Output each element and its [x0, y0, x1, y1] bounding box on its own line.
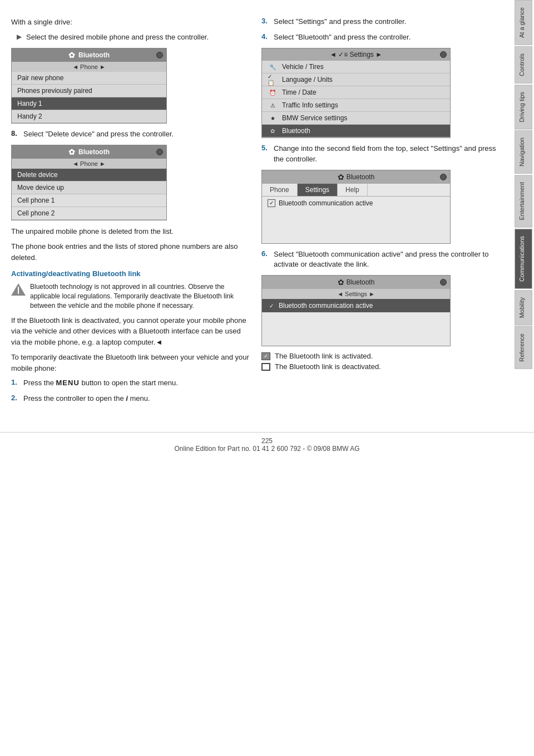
bt-icon-2: ✿ — [68, 148, 75, 156]
screen5-content-text: Bluetooth communication active — [279, 302, 373, 310]
step-4-number: 4. — [261, 32, 270, 42]
step-2: 2. Press the controller to open the i me… — [11, 394, 250, 404]
step-5-number: 5. — [261, 144, 270, 164]
intro-text: With a single drive: — [11, 17, 250, 28]
bt-check-icon-2 — [268, 302, 275, 310]
screen2-subtitle: ◄ Phone ► — [12, 159, 166, 169]
step-6: 6. Select "Bluetooth communication activ… — [261, 249, 501, 269]
screen1-wrap: ✿ Bluetooth ◄ Phone ► Pair new phone Pho… — [11, 48, 250, 124]
screen5-title-text: Bluetooth — [347, 278, 375, 286]
screen5-subtitle: ◄ Settings ► — [262, 289, 450, 299]
screen5: ✿ Bluetooth ◄ Settings ► Bluetooth commu… — [261, 275, 451, 346]
screen1-item-1: Phones previously paired — [12, 85, 166, 97]
screen1-subtitle: ◄ Phone ► — [12, 62, 166, 72]
screen3-title-text: ◄ ✓≡ Settings ► — [330, 51, 382, 58]
para2: The phone book entries and the lists of … — [11, 241, 250, 263]
screen4: ✿ Bluetooth Phone Settings Help Bluetoot… — [261, 170, 451, 244]
screen2-item-3: Cell phone 2 — [12, 207, 166, 220]
screen5-empty-space — [262, 312, 450, 346]
screen3-body: 🔧 Vehicle / Tires ✓📋 Language / Units ⏰ … — [262, 61, 450, 138]
screen3-item-4-text: BMW Service settings — [282, 114, 347, 122]
screen2-item-1: Move device up — [12, 181, 166, 194]
screen3-item-0: 🔧 Vehicle / Tires — [262, 61, 450, 73]
step-8-text: Select "Delete device" and press the con… — [23, 129, 250, 139]
step-2-number: 2. — [11, 394, 20, 404]
screen1: ✿ Bluetooth ◄ Phone ► Pair new phone Pho… — [11, 48, 167, 124]
screen3-item-5: ✿ Bluetooth — [262, 125, 450, 138]
bt-tab-phone: Phone — [262, 184, 298, 196]
sidebar-tab-controls[interactable]: Controls — [515, 46, 532, 84]
screen3-wrap: ◄ ✓≡ Settings ► 🔧 Vehicle / Tires ✓📋 Lan… — [261, 48, 501, 138]
arrow-icon: ▶ — [17, 33, 22, 42]
page-number: 225 — [0, 437, 534, 445]
screen2-item-2: Cell phone 1 — [12, 194, 166, 207]
step-1-number: 1. — [11, 378, 20, 388]
vehicle-icon: 🔧 — [268, 63, 278, 71]
section-heading: Activating/deactivating Bluetooth link — [11, 269, 250, 278]
bluetooth-icon: ✿ — [268, 127, 278, 135]
status-row-1: ✓ The Bluetooth link is activated. — [261, 352, 501, 360]
status-empty-icon — [261, 363, 270, 371]
para1: The unpaired mobile phone is deleted fro… — [11, 226, 250, 237]
screen4-empty-space — [262, 210, 450, 243]
step-8: 8. Select "Delete device" and press the … — [11, 129, 250, 139]
screen3-title: ◄ ✓≡ Settings ► — [262, 48, 450, 61]
screen5-title: ✿ Bluetooth — [262, 276, 450, 289]
sidebar-tab-reference[interactable]: Reference — [515, 326, 532, 369]
screen2-body: Delete device Move device up Cell phone … — [12, 169, 166, 220]
right-column: 3. Select "Settings" and press the contr… — [261, 17, 501, 410]
screen1-dot — [156, 52, 163, 58]
screen4-title-text: Bluetooth — [347, 173, 375, 181]
screen4-content: Bluetooth communication active — [262, 197, 450, 210]
note-triangle-icon — [11, 283, 26, 298]
time-icon: ⏰ — [268, 89, 278, 96]
step-3-text: Select "Settings" and press the controll… — [274, 17, 501, 27]
screen3-item-2-text: Time / Date — [282, 89, 317, 96]
traffic-icon: ⚠ — [268, 101, 278, 109]
step-3-number: 3. — [261, 17, 270, 27]
screen3-item-2: ⏰ Time / Date — [262, 86, 450, 99]
sidebar-tab-entertainment[interactable]: Entertainment — [515, 175, 532, 227]
note-text: Bluetooth technology is not approved in … — [30, 282, 250, 310]
step-5: 5. Change into the second field from the… — [261, 144, 501, 164]
step-1-text-a: Press the — [23, 379, 56, 387]
screen4-title: ✿ Bluetooth — [262, 170, 450, 184]
screen4-dot — [440, 174, 447, 180]
sidebar-tab-driving-tips[interactable]: Driving tips — [515, 85, 532, 129]
left-column: With a single drive: ▶ Select the desire… — [11, 17, 250, 410]
bullet-text-1: Select the desired mobile phone and pres… — [26, 32, 250, 42]
para4: To temporarily deactivate the Bluetooth … — [11, 352, 250, 374]
screen2-dot — [156, 149, 163, 155]
step-4: 4. Select "Bluetooth" and press the cont… — [261, 32, 501, 42]
step-8-number: 8. — [11, 129, 20, 139]
sidebar-tab-mobility[interactable]: Mobility — [515, 290, 532, 325]
screen1-item-0: Pair new phone — [12, 72, 166, 85]
screen2-title: Bluetooth — [78, 148, 110, 156]
bt-tab-help: Help — [338, 184, 368, 196]
screen3-item-3-text: Traffic Info settings — [282, 101, 338, 109]
screen1-body: Pair new phone Phones previously paired … — [12, 72, 166, 123]
screen2: ✿ Bluetooth ◄ Phone ► Delete device Move… — [11, 145, 167, 220]
sidebar-tab-navigation[interactable]: Navigation — [515, 130, 532, 174]
screen2-titlebar: ✿ Bluetooth — [12, 145, 166, 159]
status-check-icon: ✓ — [261, 352, 270, 360]
screen3-dot — [440, 51, 447, 58]
sidebar-tab-communications[interactable]: Communications — [515, 229, 532, 289]
step-6-text: Select "Bluetooth communication active" … — [274, 249, 501, 269]
copyright-text: Online Edition for Part no. 01 41 2 600 … — [0, 445, 534, 453]
screen5-wrap: ✿ Bluetooth ◄ Settings ► Bluetooth commu… — [261, 275, 501, 346]
screen4-wrap: ✿ Bluetooth Phone Settings Help Bluetoot… — [261, 170, 501, 244]
screen3: ◄ ✓≡ Settings ► 🔧 Vehicle / Tires ✓📋 Lan… — [261, 48, 451, 138]
sidebar-tab-at-a-glance[interactable]: At a glance — [515, 0, 532, 45]
step-2-text-a: Press the controller to open the — [23, 394, 126, 402]
bullet-item-1: ▶ Select the desired mobile phone and pr… — [17, 32, 250, 42]
menu-label: MENU — [56, 379, 80, 387]
step-2-text-c: menu. — [128, 394, 150, 402]
status-text-1: The Bluetooth link is activated. — [275, 352, 373, 360]
footer: 225 Online Edition for Part no. 01 41 2 … — [0, 432, 534, 458]
screen5-dot — [440, 279, 447, 286]
screen3-item-4: ★ BMW Service settings — [262, 112, 450, 125]
screen3-item-5-text: Bluetooth — [282, 127, 310, 135]
step-4-text: Select "Bluetooth" and press the control… — [274, 32, 501, 42]
step-1: 1. Press the MENU button to open the sta… — [11, 378, 250, 388]
